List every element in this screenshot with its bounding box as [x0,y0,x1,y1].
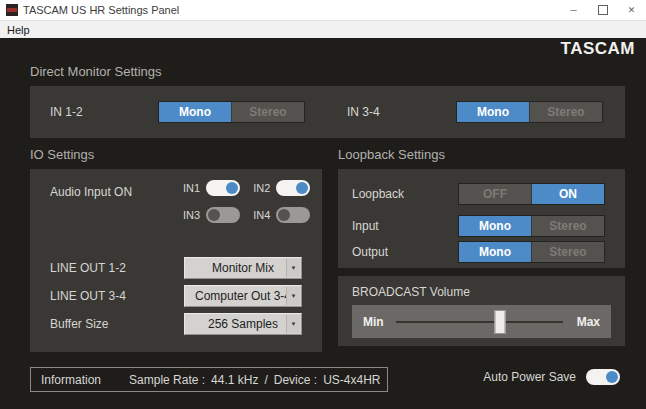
in34-label: IN 3-4 [347,105,456,119]
buffer-size-value: 256 Samples [208,317,278,331]
loopback-output-mono-button[interactable]: Mono [459,242,531,262]
loopback-row: Loopback OFF ON [352,183,605,205]
loopback-settings-title: Loopback Settings [338,147,445,162]
chevron-down-icon: ▼ [286,287,300,305]
information-details: Sample Rate : 44.1 kHz / Device : US-4x4… [129,373,380,387]
maximize-button[interactable] [588,0,617,20]
device-label: Device : [274,373,317,387]
chevron-down-icon: ▼ [286,259,300,277]
auto-power-save-label: Auto Power Save [483,370,576,384]
in4-toggle-knob [278,209,290,221]
line-out-34-select[interactable]: Computer Out 3-4 ▼ [184,285,302,307]
chevron-down-icon: ▼ [286,315,300,333]
in1-toggle[interactable] [206,180,240,196]
line-out-12-row: LINE OUT 1-2 Monitor Mix ▼ [50,257,302,279]
slider-max-label: Max [577,315,600,329]
in34-row: IN 3-4 Mono Stereo [347,86,603,138]
in3-switch-cell: IN3 [183,207,240,223]
in12-row: IN 1-2 Mono Stereo [50,86,305,138]
broadcast-slider-thumb[interactable] [494,310,505,334]
app-icon [6,4,18,16]
buffer-size-select[interactable]: 256 Samples ▼ [184,313,302,335]
io-settings-panel: Audio Input ON IN1 IN2 IN3 IN4 LINE OUT … [30,169,322,352]
in12-mono-button[interactable]: Mono [159,102,231,122]
audio-input-on-label: Audio Input ON [50,185,132,199]
broadcast-volume-title: BROADCAST Volume [352,285,470,299]
buffer-size-label: Buffer Size [50,317,184,331]
in4-label: IN4 [253,209,270,221]
in1-label: IN1 [183,182,200,194]
in3-label: IN3 [183,209,200,221]
in4-switch-cell: IN4 [253,207,310,223]
in2-toggle-knob [296,182,308,194]
in34-stereo-button[interactable]: Stereo [529,102,602,122]
slider-min-label: Min [363,315,384,329]
in3-toggle[interactable] [206,207,240,223]
window-controls: ─ ✕ [559,0,646,20]
direct-monitor-panel: IN 1-2 Mono Stereo IN 3-4 Mono Stereo [30,86,625,138]
in2-switch-cell: IN2 [253,180,310,196]
in34-mono-button[interactable]: Mono [457,102,529,122]
menu-help[interactable]: Help [0,24,37,36]
line-out-12-label: LINE OUT 1-2 [50,261,184,275]
line-out-12-value: Monitor Mix [212,261,274,275]
loopback-settings-panel: Loopback OFF ON Input Mono Stereo Output… [338,169,625,268]
in3-toggle-knob [208,209,220,221]
title-bar: TASCAM US HR Settings Panel ─ ✕ [0,0,646,21]
buffer-size-row: Buffer Size 256 Samples ▼ [50,313,302,335]
broadcast-volume-slider[interactable]: Min Max [352,305,611,338]
auto-power-save: Auto Power Save [483,369,620,385]
auto-power-save-toggle[interactable] [586,369,620,385]
loopback-input-stereo-button[interactable]: Stereo [531,216,604,236]
in2-toggle[interactable] [276,180,310,196]
sample-rate-value: 44.1 kHz [211,373,258,387]
line-out-12-select[interactable]: Monitor Mix ▼ [184,257,302,279]
in12-stereo-button[interactable]: Stereo [231,102,304,122]
sample-rate-label: Sample Rate : [129,373,205,387]
information-box: Information Sample Rate : 44.1 kHz / Dev… [30,367,388,392]
menu-bar: Help [0,21,646,38]
io-settings-title: IO Settings [30,147,94,162]
loopback-on-button[interactable]: ON [531,184,604,204]
window-title: TASCAM US HR Settings Panel [23,4,179,16]
loopback-input-row: Input Mono Stereo [352,215,605,237]
device-value: US-4x4HR [323,373,380,387]
close-button[interactable]: ✕ [617,0,646,20]
loopback-label: Loopback [352,187,404,201]
slider-track[interactable] [396,321,563,323]
auto-power-save-knob [606,371,618,383]
input-switch-grid: IN1 IN2 IN3 IN4 [183,180,310,223]
line-out-34-value: Computer Out 3-4 [195,289,291,303]
in1-switch-cell: IN1 [183,180,240,196]
line-out-34-row: LINE OUT 3-4 Computer Out 3-4 ▼ [50,285,302,307]
loopback-output-mono-stereo-group: Mono Stereo [458,241,605,263]
in1-toggle-knob [226,182,238,194]
direct-monitor-title: Direct Monitor Settings [30,64,162,79]
minimize-button[interactable]: ─ [559,0,588,20]
loopback-off-button[interactable]: OFF [459,184,531,204]
loopback-input-mono-button[interactable]: Mono [459,216,531,236]
loopback-input-mono-stereo-group: Mono Stereo [458,215,605,237]
in12-label: IN 1-2 [50,105,158,119]
in4-toggle[interactable] [276,207,310,223]
broadcast-volume-panel: BROADCAST Volume Min Max [338,276,625,346]
info-separator: / [264,373,267,387]
loopback-output-stereo-button[interactable]: Stereo [531,242,604,262]
in34-mono-stereo-group: Mono Stereo [456,101,603,123]
line-out-34-label: LINE OUT 3-4 [50,289,184,303]
loopback-output-row: Output Mono Stereo [352,241,605,263]
loopback-output-label: Output [352,245,388,259]
in12-mono-stereo-group: Mono Stereo [158,101,305,123]
loopback-off-on-group: OFF ON [458,183,605,205]
loopback-input-label: Input [352,219,379,233]
information-title: Information [41,373,101,387]
tascam-logo: TASCAM [561,39,635,59]
in2-label: IN2 [253,182,270,194]
maximize-icon [598,5,608,15]
